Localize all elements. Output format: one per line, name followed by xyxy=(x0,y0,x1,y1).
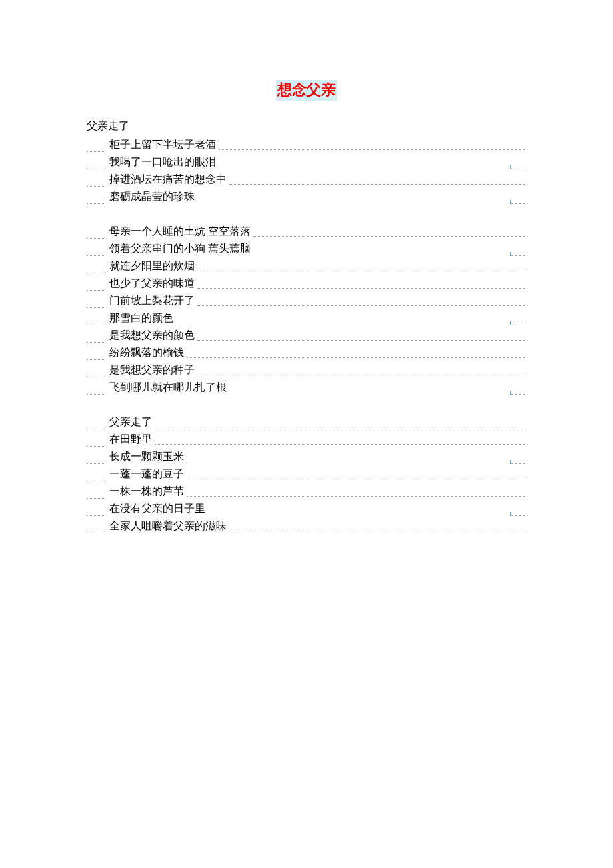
dotted-rule-icon xyxy=(187,357,526,358)
dotted-rule-icon xyxy=(197,375,526,375)
poem-line-text: 父亲走了 xyxy=(109,415,152,429)
poem-line: 是我想父亲的颜色 xyxy=(87,328,526,345)
dotted-rule-icon xyxy=(155,444,526,445)
poem-line: 也少了父亲的味道 xyxy=(87,276,526,293)
poem-line: 一株一株的芦苇 xyxy=(87,484,526,501)
dotted-rule-icon xyxy=(155,427,526,427)
poem-line: 在田野里 xyxy=(87,432,526,449)
poem-line: 柜子上留下半坛子老酒 xyxy=(87,137,526,155)
margin-tick-icon xyxy=(87,169,105,169)
margin-tick-icon xyxy=(87,342,105,343)
poem-line-text: 掉进酒坛在痛苦的想念中 xyxy=(109,172,227,187)
margin-tick-icon xyxy=(87,498,105,499)
poem-line-text: 纷纷飘落的榆钱 xyxy=(109,345,184,360)
poem-body: 父亲走了 柜子上留下半坛子老酒 我喝了一口呛出的眼泪 掉进酒坛在痛苦的想念中 磨… xyxy=(0,117,613,536)
margin-tick-icon xyxy=(87,446,105,447)
stanza-2: 母亲一个人睡的土炕 空空落落 领着父亲串门的小狗 蔫头蔫脑 就连夕阳里的炊烟 也… xyxy=(87,224,526,397)
dotted-rule-icon xyxy=(253,236,526,237)
poem-line-text: 在没有父亲的日子里 xyxy=(109,501,205,516)
margin-tick-icon xyxy=(87,186,105,187)
margin-tick-icon xyxy=(87,325,105,325)
dotted-rule-icon xyxy=(197,271,526,271)
dotted-rule-icon xyxy=(187,479,526,479)
poem-line-text: 全家人咀嚼着父亲的滋味 xyxy=(109,519,227,533)
poem-line: 在没有父亲的日子里 xyxy=(87,501,526,519)
margin-tick-icon xyxy=(87,255,105,256)
dotted-rule-icon xyxy=(229,531,526,531)
dotted-rule-icon xyxy=(219,149,526,150)
poem-line: 就连夕阳里的炊烟 xyxy=(87,259,526,276)
poem-line-text: 磨砺成晶莹的珍珠 xyxy=(109,189,195,204)
dotted-rule-icon xyxy=(197,305,526,306)
margin-tick-icon xyxy=(87,394,105,395)
poem-line-text: 门前坡上梨花开了 xyxy=(109,293,195,308)
dotted-rule-icon xyxy=(510,255,526,256)
dotted-rule-icon xyxy=(187,496,526,497)
poem-line: 纷纷飘落的榆钱 xyxy=(87,345,526,363)
poem-line-text: 我喝了一口呛出的眼泪 xyxy=(109,155,216,169)
margin-tick-icon xyxy=(87,238,105,239)
dotted-rule-icon xyxy=(197,288,526,289)
poem-line: 我喝了一口呛出的眼泪 xyxy=(87,155,526,172)
margin-tick-icon xyxy=(87,515,105,516)
poem-line-text: 在田野里 xyxy=(109,432,152,447)
poem-line-text: 一蓬一蓬的豆子 xyxy=(109,467,184,481)
poem-line-text: 就连夕阳里的炊烟 xyxy=(109,259,195,273)
poem-line-text: 那雪白的颜色 xyxy=(109,311,173,325)
dotted-rule-icon xyxy=(510,169,526,169)
poem-line: 长成一颗颗玉米 xyxy=(87,449,526,467)
stanza-break xyxy=(87,397,526,415)
document-title: 想念父亲 xyxy=(276,80,337,101)
poem-line-text: 长成一颗颗玉米 xyxy=(109,449,184,464)
dotted-rule-icon xyxy=(510,463,526,464)
margin-tick-icon xyxy=(87,533,105,533)
document-page: 想念父亲 父亲走了 柜子上留下半坛子老酒 我喝了一口呛出的眼泪 掉进酒坛在痛苦的… xyxy=(0,80,613,536)
dotted-rule-icon xyxy=(197,340,526,341)
margin-tick-icon xyxy=(87,359,105,360)
poem-line-text: 领着父亲串门的小狗 蔫头蔫脑 xyxy=(109,241,251,256)
margin-tick-icon xyxy=(87,429,105,429)
margin-tick-icon xyxy=(87,151,105,152)
margin-tick-icon xyxy=(87,307,105,308)
poem-line-text: 一株一株的芦苇 xyxy=(109,484,184,499)
poem-line: 母亲一个人睡的土炕 空空落落 xyxy=(87,224,526,241)
poem-line: 飞到哪儿就在哪儿扎了根 xyxy=(87,380,526,397)
poem-line: 全家人咀嚼着父亲的滋味 xyxy=(87,519,526,536)
title-container: 想念父亲 xyxy=(0,80,613,101)
poem-line-text: 柜子上留下半坛子老酒 xyxy=(109,137,216,152)
poem-line: 门前坡上梨花开了 xyxy=(87,293,526,311)
poem-line: 掉进酒坛在痛苦的想念中 xyxy=(87,172,526,189)
poem-line-text: 是我想父亲的颜色 xyxy=(109,328,195,343)
dotted-rule-icon xyxy=(510,203,526,204)
margin-tick-icon xyxy=(87,463,105,464)
poem-line: 父亲走了 xyxy=(87,415,526,432)
stanza-1: 柜子上留下半坛子老酒 我喝了一口呛出的眼泪 掉进酒坛在痛苦的想念中 磨砺成晶莹的… xyxy=(87,137,526,207)
margin-tick-icon xyxy=(87,290,105,291)
poem-line-text: 母亲一个人睡的土炕 空空落落 xyxy=(109,224,251,239)
poem-line: 是我想父亲的种子 xyxy=(87,363,526,380)
poem-line: 磨砺成晶莹的珍珠 xyxy=(87,189,526,207)
poem-line: 那雪白的颜色 xyxy=(87,311,526,328)
dotted-rule-icon xyxy=(229,184,526,185)
dotted-rule-icon xyxy=(510,394,526,395)
margin-tick-icon xyxy=(87,377,105,377)
poem-line: 领着父亲串门的小狗 蔫头蔫脑 xyxy=(87,241,526,259)
poem-opening-line: 父亲走了 xyxy=(87,117,526,136)
margin-tick-icon xyxy=(87,203,105,204)
stanza-break xyxy=(87,207,526,224)
poem-line-text: 飞到哪儿就在哪儿扎了根 xyxy=(109,380,227,395)
dotted-rule-icon xyxy=(510,515,526,516)
poem-line: 一蓬一蓬的豆子 xyxy=(87,467,526,484)
margin-tick-icon xyxy=(87,481,105,481)
poem-line-text: 也少了父亲的味道 xyxy=(109,276,195,291)
margin-tick-icon xyxy=(87,273,105,273)
stanza-3: 父亲走了 在田野里 长成一颗颗玉米 一蓬一蓬的豆子 一株一株的芦苇 xyxy=(87,415,526,536)
dotted-rule-icon xyxy=(510,325,526,325)
poem-line-text: 是我想父亲的种子 xyxy=(109,363,195,377)
